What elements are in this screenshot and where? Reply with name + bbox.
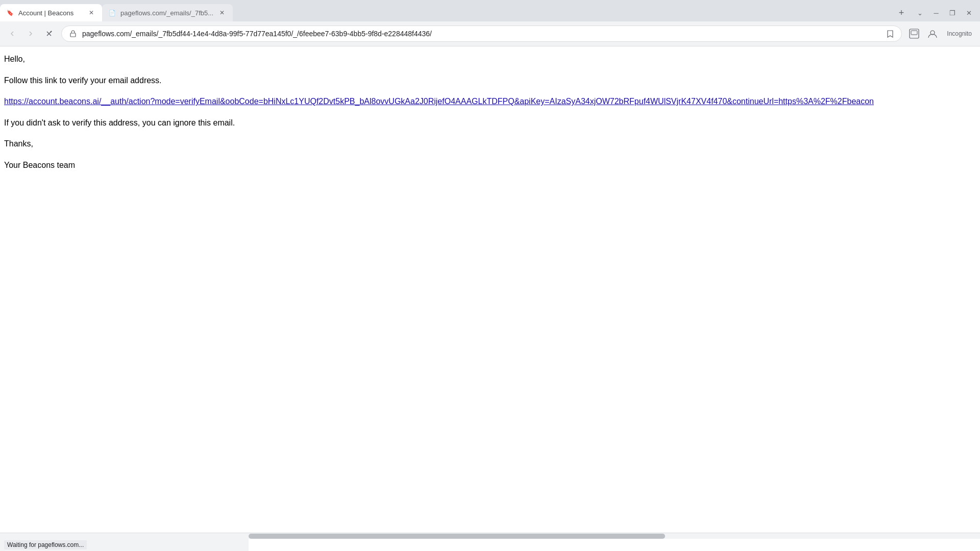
tab-list-button[interactable]: ⌄ <box>913 6 927 20</box>
link-line2: mode=verifyEmail&oobCode=bHiNxLc1YUQf2Dv… <box>155 97 874 106</box>
svg-rect-3 <box>70 33 76 37</box>
svg-rect-5 <box>911 31 917 35</box>
incognito-button[interactable] <box>924 26 941 42</box>
tab-inactive[interactable]: 📄 pageflows.com/_emails/_7fb5... ✕ <box>102 4 233 21</box>
lock-icon <box>68 29 78 39</box>
tab-favicon-inactive: 📄 <box>108 9 116 17</box>
address-bar-icons <box>885 29 895 39</box>
address-text: pageflows.com/_emails/_7fb5df44-14e4-4d8… <box>82 30 881 38</box>
follow-section: Follow this link to verify your email ad… <box>4 74 976 87</box>
team-section: Your Beacons team <box>4 159 976 172</box>
tab-bar: 🔖 Account | Beacons ✕ 📄 pageflows.com/_e… <box>0 0 980 21</box>
tab-close-inactive[interactable]: ✕ <box>217 8 227 17</box>
ignore-section: If you didn't ask to verify this address… <box>4 116 976 130</box>
nav-right-icons: Incognito <box>906 26 976 42</box>
page-content: Hello, Follow this link to verify your e… <box>0 46 980 186</box>
link-line1: https://account.beacons.ai/__auth/action… <box>4 97 155 106</box>
tab-close-active[interactable]: ✕ <box>87 8 96 17</box>
browser-chrome: 🔖 Account | Beacons ✕ 📄 pageflows.com/_e… <box>0 0 980 46</box>
scrollbar-area[interactable] <box>0 533 980 539</box>
follow-text: Follow this link to verify your email ad… <box>4 74 976 87</box>
link-section: https://account.beacons.ai/__auth/action… <box>4 95 976 108</box>
tab-active[interactable]: 🔖 Account | Beacons ✕ <box>0 4 102 21</box>
thanks-text: Thanks, <box>4 137 976 151</box>
hello-section: Hello, <box>4 53 976 66</box>
close-window-button[interactable]: ✕ <box>962 6 976 20</box>
maximize-button[interactable]: ❐ <box>945 6 960 20</box>
tab-favicon-active: 🔖 <box>6 9 14 17</box>
reload-button[interactable] <box>41 26 57 42</box>
address-bar[interactable]: pageflows.com/_emails/_7fb5df44-14e4-4d8… <box>61 26 902 42</box>
back-button <box>4 26 20 42</box>
new-tab-button[interactable]: + <box>894 6 909 20</box>
bookmark-icon[interactable] <box>885 29 895 39</box>
tab-controls-right: ⌄ ─ ❐ ✕ <box>909 6 980 20</box>
scrollbar-thumb[interactable] <box>249 534 665 539</box>
tab-title-active: Account | Beacons <box>18 9 83 17</box>
status-text: Waiting for pageflows.com... <box>4 540 87 549</box>
incognito-label: Incognito <box>943 29 976 38</box>
verify-link[interactable]: https://account.beacons.ai/__auth/action… <box>4 95 976 108</box>
hello-text: Hello, <box>4 53 976 66</box>
profile-button[interactable] <box>906 26 922 42</box>
nav-bar: pageflows.com/_emails/_7fb5df44-14e4-4d8… <box>0 21 980 46</box>
tab-title-inactive: pageflows.com/_emails/_7fb5... <box>120 9 213 17</box>
team-text: Your Beacons team <box>4 159 976 172</box>
minimize-button[interactable]: ─ <box>929 6 943 20</box>
thanks-section: Thanks, <box>4 137 976 151</box>
forward-button <box>22 26 39 42</box>
status-bar: Waiting for pageflows.com... <box>0 539 249 551</box>
ignore-text: If you didn't ask to verify this address… <box>4 116 976 130</box>
